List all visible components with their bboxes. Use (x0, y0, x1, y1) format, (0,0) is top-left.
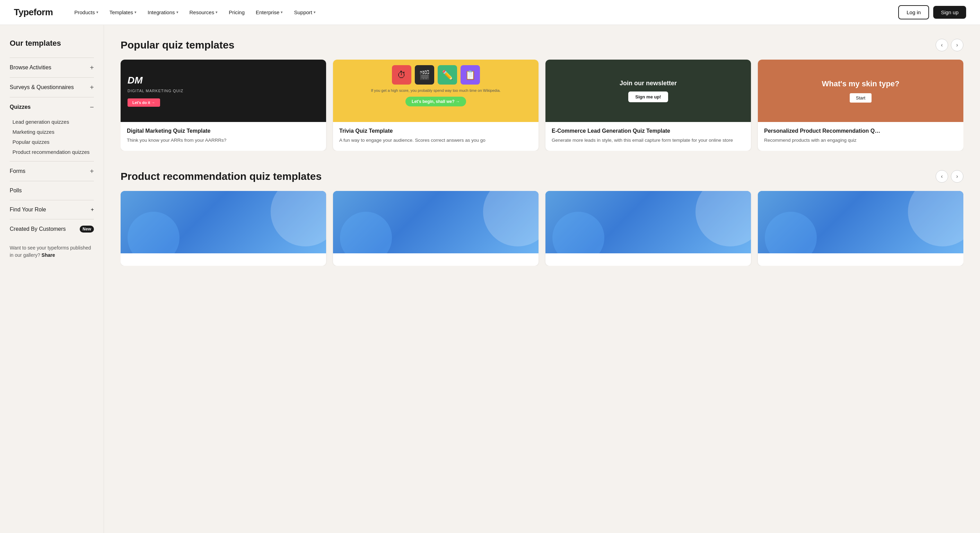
sidebar-item-quizzes[interactable]: Quizzes − (10, 97, 94, 117)
sidebar-item-popular-quizzes[interactable]: Popular quizzes (10, 137, 94, 147)
chevron-down-icon: ▾ (177, 10, 178, 14)
trivia-icon-clapper: 🎬 (415, 65, 434, 84)
card-product-rec-2[interactable] (333, 191, 539, 266)
chevron-down-icon: ▾ (313, 10, 316, 14)
card-description: Generate more leads in style, with this … (552, 137, 745, 144)
sidebar-item-lead-gen-quizzes[interactable]: Lead generation quizzes (10, 117, 94, 127)
sidebar-section-polls: Polls (10, 181, 94, 200)
skintype-question: What's my skin type? (822, 79, 899, 89)
nav-item-templates[interactable]: Templates ▾ (105, 6, 142, 18)
card-body (758, 253, 963, 266)
card-thumbnail: DM Digital Marketing Quiz Let's do it → (121, 60, 326, 122)
chevron-down-icon: ▾ (134, 10, 137, 14)
product-rec-section-header: Product recommendation quiz templates ‹ … (121, 170, 963, 183)
nav-menu: Products ▾ Templates ▾ Integrations ▾ Re… (70, 6, 899, 18)
sidebar-item-created-by-customers[interactable]: Created By Customers New (10, 219, 94, 239)
card-product-rec-3[interactable] (546, 191, 751, 266)
chevron-down-icon: ▾ (96, 10, 99, 14)
card-body (546, 253, 751, 266)
card-ecommerce-lead-gen[interactable]: Join our newsletter Sign me up! E-Commer… (546, 60, 751, 151)
nav-item-pricing[interactable]: Pricing (224, 6, 250, 18)
sidebar-section-forms: Forms + (10, 161, 94, 181)
card-thumbnail: ⏱ 🎬 ✏️ 📋 If you get a high score, you pr… (333, 60, 539, 122)
trivia-icon-document: 📋 (461, 65, 480, 84)
card-digital-marketing[interactable]: DM Digital Marketing Quiz Let's do it → … (121, 60, 326, 151)
navbar: Typeform Products ▾ Templates ▾ Integrat… (0, 0, 980, 25)
sidebar-item-forms[interactable]: Forms + (10, 161, 94, 181)
chevron-down-icon: ▾ (281, 10, 283, 14)
card-body: Trivia Quiz Template A fun way to engage… (333, 122, 539, 151)
product-rec-title: Product recommendation quiz templates (121, 170, 321, 182)
product-rec-cards (121, 191, 963, 266)
card-thumbnail (121, 191, 326, 253)
card-body (333, 253, 539, 266)
card-body: Personalized Product Recommendation Q… R… (758, 122, 963, 151)
sidebar-note: Want to see your typeforms published in … (10, 239, 94, 262)
nav-item-integrations[interactable]: Integrations ▾ (143, 6, 183, 18)
card-thumbnail (333, 191, 539, 253)
nav-item-support[interactable]: Support ▾ (289, 6, 321, 18)
next-button[interactable]: › (951, 170, 963, 183)
next-button[interactable]: › (951, 39, 963, 51)
sidebar-item-browse-activities[interactable]: Browse Activities + (10, 58, 94, 77)
navbar-actions: Log in Sign up (898, 5, 966, 19)
newsletter-btn: Sign me up! (628, 91, 668, 102)
card-product-rec-4[interactable] (758, 191, 963, 266)
card-title: Trivia Quiz Template (339, 127, 532, 135)
card-personalized-product-rec[interactable]: What's my skin type? Start Personalized … (758, 60, 963, 151)
quizzes-sub-items: Lead generation quizzes Marketing quizze… (10, 117, 94, 161)
prev-button[interactable]: ‹ (935, 170, 948, 183)
sidebar-item-product-rec-quizzes[interactable]: Product recommendation quizzes (10, 147, 94, 157)
card-thumbnail (758, 191, 963, 253)
sidebar-title: Our templates (10, 39, 94, 48)
collapse-icon: − (90, 103, 94, 111)
popular-quiz-nav: ‹ › (935, 39, 963, 51)
sidebar-item-find-your-role[interactable]: Find Your Role + (10, 200, 94, 219)
card-thumbnail: Join our newsletter Sign me up! (546, 60, 751, 122)
expand-icon: + (91, 207, 94, 213)
page-layout: Our templates Browse Activities + Survey… (0, 25, 980, 533)
main-content: Popular quiz templates ‹ › DM Digital Ma… (104, 25, 980, 533)
card-title: E-Commerce Lead Generation Quiz Template (552, 127, 745, 135)
card-trivia-quiz[interactable]: ⏱ 🎬 ✏️ 📋 If you get a high score, you pr… (333, 60, 539, 151)
chevron-down-icon: ▾ (216, 10, 218, 14)
card-title: Digital Marketing Quiz Template (127, 127, 320, 135)
login-button[interactable]: Log in (898, 5, 929, 19)
expand-icon: + (90, 84, 94, 91)
nav-item-products[interactable]: Products ▾ (70, 6, 103, 18)
skintype-btn: Start (850, 93, 872, 103)
nav-item-enterprise[interactable]: Enterprise ▾ (251, 6, 288, 18)
sidebar: Our templates Browse Activities + Survey… (0, 25, 104, 533)
popular-quiz-section-header: Popular quiz templates ‹ › (121, 39, 963, 51)
card-product-rec-1[interactable] (121, 191, 326, 266)
newsletter-title: Join our newsletter (620, 80, 677, 88)
trivia-icon-timer: ⏱ (392, 65, 411, 84)
popular-quiz-section: Popular quiz templates ‹ › DM Digital Ma… (121, 39, 963, 151)
trivia-icon-pencil: ✏️ (438, 65, 457, 84)
sidebar-item-polls[interactable]: Polls (10, 181, 94, 200)
product-rec-section: Product recommendation quiz templates ‹ … (121, 170, 963, 266)
sidebar-section-browse-activities: Browse Activities + (10, 57, 94, 77)
nav-item-resources[interactable]: Resources ▾ (185, 6, 223, 18)
card-thumbnail: What's my skin type? Start (758, 60, 963, 122)
brand-logo[interactable]: Typeform (14, 7, 53, 18)
popular-quiz-cards: DM Digital Marketing Quiz Let's do it → … (121, 60, 963, 151)
card-body: E-Commerce Lead Generation Quiz Template… (546, 122, 751, 151)
expand-icon: + (90, 168, 94, 175)
card-body: Digital Marketing Quiz Template Think yo… (121, 122, 326, 151)
sidebar-item-surveys[interactable]: Surveys & Questionnaires + (10, 78, 94, 97)
expand-icon: + (90, 64, 94, 71)
sidebar-item-marketing-quizzes[interactable]: Marketing quizzes (10, 127, 94, 137)
card-description: A fun way to engage your audience. Score… (339, 137, 532, 144)
signup-button[interactable]: Sign up (933, 6, 966, 19)
sidebar-section-quizzes: Quizzes − Lead generation quizzes Market… (10, 97, 94, 161)
card-description: Recommend products with an engaging quiz (764, 137, 957, 144)
prev-button[interactable]: ‹ (935, 39, 948, 51)
card-body (121, 253, 326, 266)
sidebar-section-surveys: Surveys & Questionnaires + (10, 77, 94, 97)
share-link[interactable]: Share (41, 252, 55, 258)
card-title: Personalized Product Recommendation Q… (764, 127, 957, 135)
card-thumbnail (546, 191, 751, 253)
card-description: Think you know your ARRs from your AARRR… (127, 137, 320, 144)
new-badge: New (80, 226, 94, 232)
